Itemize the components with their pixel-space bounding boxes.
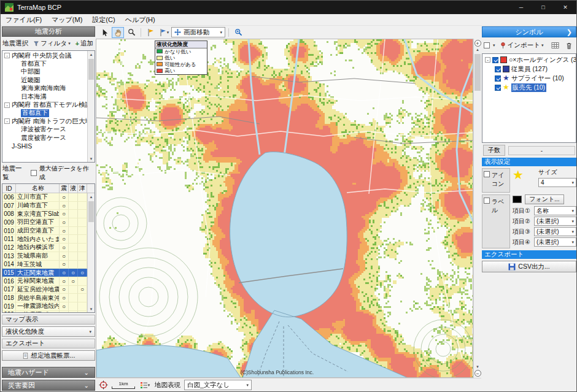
map-scrollbar[interactable]: + ▲ ▼ −	[473, 39, 481, 378]
tree-node[interactable]: 津波被害ケース	[2, 126, 87, 134]
table-scrollbar[interactable]: ▲ ▼	[87, 193, 95, 312]
menu-item[interactable]: ファイル(F)	[1, 15, 47, 25]
earthquake-row[interactable]: 012 地殻内横浜市 ○	[2, 244, 87, 252]
cursor-tool[interactable]	[98, 27, 110, 38]
symbol-node[interactable]: ★ 販売先 (10)	[482, 83, 576, 92]
scroll-down-icon[interactable]: ▼	[88, 306, 95, 312]
center-target-icon[interactable]	[99, 380, 108, 390]
tree-node[interactable]: 首都直下	[2, 109, 87, 117]
symbol-node[interactable]: 従業員 (127)	[482, 64, 576, 74]
size-dropdown[interactable]: 4 ▾	[538, 178, 576, 187]
tree-node[interactable]: 中部圏	[2, 68, 87, 76]
filter-button[interactable]: フィルタ ▾	[32, 39, 72, 48]
dropdown-icon[interactable]: ▾	[493, 43, 495, 48]
earthquake-row[interactable]: 020 一律震源プレート... ○	[2, 311, 87, 312]
layer-list-tool[interactable]: ▾	[139, 380, 151, 391]
earthquake-row[interactable]: 013 茨城県南部 ○	[2, 252, 87, 261]
select-all-checkbox[interactable]	[484, 42, 490, 48]
earthquake-row[interactable]: 016 元禄関東地震 ○ ○	[2, 277, 87, 286]
symbol-node[interactable]: ★ サプライヤー (10)	[482, 74, 576, 83]
zoom-out-button[interactable]: −	[474, 370, 481, 377]
scroll-up-icon[interactable]: ▲	[88, 193, 95, 200]
symbol-panel-header[interactable]: シンボル ❯	[482, 26, 576, 37]
delete-button[interactable]	[563, 40, 575, 50]
scroll-down-icon[interactable]: ▼	[88, 155, 95, 162]
column-header-name[interactable]: 名称	[16, 184, 60, 193]
expander-icon[interactable]: -	[4, 118, 10, 124]
scroll-track[interactable]	[88, 200, 95, 306]
zoom-in-button[interactable]: +	[474, 40, 481, 47]
icon-preview-star[interactable]: ★	[513, 168, 524, 193]
earthquake-row[interactable]: 006 立川市直下 ○	[2, 193, 87, 202]
earthquake-row[interactable]: 007 川崎市直下 ○	[2, 202, 87, 210]
field-dropdown[interactable]: (未選択) ▾	[534, 227, 576, 236]
factor-section-header[interactable]: 災害要因 ⌄	[2, 380, 95, 391]
earthquake-row[interactable]: 019 一律震源地殻内... ○	[2, 302, 87, 311]
earthquake-row[interactable]: 009 羽田空港直下 ○	[2, 218, 87, 227]
tree-node[interactable]: - 内閣府 南海トラフの巨大地震モデル検	[2, 117, 87, 125]
column-header-tsu[interactable]: 津	[78, 184, 87, 193]
menu-item[interactable]: 設定(C)	[87, 15, 120, 25]
expander-icon[interactable]: -	[4, 102, 10, 108]
tree-node[interactable]: 日本海溝	[2, 93, 87, 101]
symbol-checkbox[interactable]	[495, 75, 501, 82]
symbol-checkbox[interactable]	[495, 66, 501, 72]
symbol-node[interactable]: - ○×ホールディングス (3)	[482, 55, 576, 64]
font-button[interactable]: フォント...	[525, 194, 564, 204]
column-header-shin[interactable]: 震	[60, 184, 69, 193]
scroll-up-icon[interactable]: ▲	[88, 51, 95, 58]
font-color-swatch[interactable]	[513, 196, 522, 203]
pan-hand-tool[interactable]	[112, 27, 124, 38]
scroll-thumb[interactable]	[88, 201, 94, 222]
zoom-select-tool[interactable]	[232, 27, 244, 38]
map-style-dropdown[interactable]: 白図_文字なし ▾	[184, 380, 252, 390]
tree-node[interactable]: 東海東南海南海	[2, 85, 87, 93]
maximize-button[interactable]: □	[532, 1, 554, 14]
minimize-button[interactable]: ─	[510, 1, 532, 14]
expander-icon[interactable]: -	[4, 53, 10, 58]
earthquake-row[interactable]: 011 地殻内さいたま市 ○	[2, 235, 87, 244]
grid-view-button[interactable]	[549, 40, 560, 50]
earthquake-row[interactable]: 008 東京湾直下Slab ○	[2, 210, 87, 218]
icon-checkbox[interactable]	[484, 171, 490, 177]
menu-item[interactable]: ヘルプ(H)	[120, 15, 160, 25]
scroll-up-icon[interactable]: ▲	[476, 48, 479, 52]
tree-node[interactable]: 近畿圏	[2, 76, 87, 84]
max-data-checkbox[interactable]	[31, 170, 37, 176]
symbol-checkbox[interactable]	[492, 57, 498, 63]
earthquake-row[interactable]: 014 埼玉茨城 ○	[2, 261, 87, 269]
pan-mode-dropdown[interactable]: 画面移動 ▾	[171, 27, 225, 37]
earthquake-row[interactable]: 010 成田空港直下 ○	[2, 227, 87, 236]
tree-node[interactable]: 首都直下	[2, 60, 87, 67]
report-button[interactable]: 想定地震帳票...	[2, 350, 95, 361]
csv-export-button[interactable]: CSV出力...	[482, 261, 576, 272]
earthquake-row[interactable]: 018 房総半島南東沖 ○	[2, 294, 87, 302]
flag-orange-tool[interactable]	[144, 27, 157, 38]
field-dropdown[interactable]: (未選択) ▾	[534, 237, 576, 247]
symbol-checkbox[interactable]	[495, 85, 501, 91]
tree-node[interactable]: 震度被害ケース	[2, 134, 87, 142]
scroll-thumb[interactable]	[88, 59, 94, 80]
menu-item[interactable]: マップ(M)	[47, 15, 87, 25]
add-button[interactable]: + 追加	[74, 39, 95, 48]
scroll-thumb[interactable]	[474, 54, 481, 91]
label-checkbox[interactable]	[484, 198, 490, 204]
hazard-section-header[interactable]: 地震ハザード ⌄	[2, 367, 95, 378]
column-header-eki[interactable]: 液	[69, 184, 78, 193]
scroll-track[interactable]	[88, 58, 95, 155]
expander-icon[interactable]: -	[485, 57, 490, 63]
tree-node[interactable]: J-SHIS	[2, 142, 87, 150]
flag-blue-tool[interactable]: ▾	[158, 27, 170, 38]
tree-node[interactable]: - 内閣府 中央防災会議	[2, 52, 87, 60]
layer-dropdown[interactable]: 液状化危険度 ▾	[2, 326, 95, 337]
earthquake-row[interactable]: 015 大正関東地震 ○ ○ ○	[2, 269, 87, 277]
tree-scrollbar[interactable]: ▲ ▼	[87, 51, 95, 162]
field-dropdown[interactable]: 名称 ▾	[534, 206, 576, 215]
import-button[interactable]: インポート ▾	[498, 41, 545, 50]
column-header-id[interactable]: ID	[2, 184, 16, 193]
map-canvas[interactable]	[96, 39, 473, 378]
close-button[interactable]: ✕	[554, 1, 576, 14]
scroll-track[interactable]	[474, 53, 481, 364]
scroll-down-icon[interactable]: ▼	[476, 365, 479, 369]
earthquake-row[interactable]: 017 延宝房総沖地震 ○ ○	[2, 286, 87, 294]
